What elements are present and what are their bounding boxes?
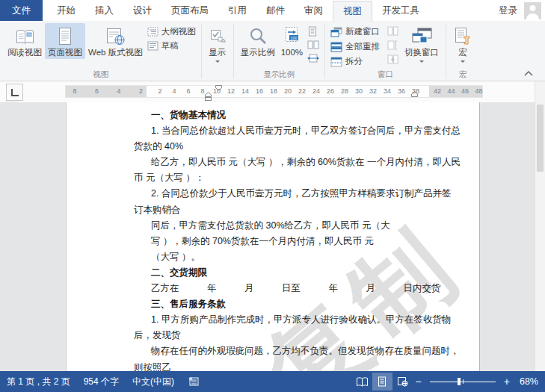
outline-view-icon (147, 27, 158, 37)
ruler-number: 2 (139, 86, 143, 97)
ruler-number: 28 (341, 86, 348, 97)
status-bar: 第 1 页 , 共 2 页 954 个字 中文(中国) − + 68% (0, 371, 545, 392)
zoom-percentage[interactable]: 68% (513, 376, 538, 387)
tab-stop-selector[interactable] (6, 84, 23, 101)
print-layout-label: 页面视图 (48, 48, 82, 58)
zoom-100-label: 100% (281, 48, 303, 58)
document-text: 一、货物基本情况1. 当合同总价款超过人民币壹万元时，甲乙双方签订合同后，甲方需… (67, 102, 479, 371)
tab-file[interactable]: 文件 (0, 0, 43, 21)
document-line: 后，发现货 (67, 328, 479, 343)
zoom-slider[interactable] (430, 377, 496, 386)
draft-view-button[interactable]: 草稿 (146, 40, 197, 52)
tab-developer[interactable]: 开发工具 (372, 0, 429, 21)
zoom-label: 显示比例 (241, 48, 275, 58)
zoom-100-icon: 100 (282, 25, 301, 48)
new-window-label: 新建窗口 (345, 26, 380, 37)
web-layout-view-button[interactable] (392, 373, 413, 391)
arrange-all-button[interactable]: 全部重排 (329, 41, 381, 52)
word-count-status[interactable]: 954 个字 (77, 371, 126, 392)
ruler-number: 2 (158, 86, 161, 97)
proofing-status-icon[interactable] (181, 371, 206, 392)
ruler-number: 4 (117, 86, 120, 97)
tab-view[interactable]: 视图 (333, 1, 372, 22)
new-window-icon (330, 27, 342, 37)
tab-home[interactable]: 开始 (47, 0, 85, 21)
ruler-number: 36 (398, 86, 405, 97)
scrollbar-thumb[interactable] (537, 105, 544, 172)
status-right: − + 68% (352, 373, 545, 391)
page-width-button[interactable] (306, 53, 321, 63)
document-line: 1. 甲方所购产品制作完成时，甲方派专人进行验收确认。甲方在签收货物 (67, 312, 479, 328)
one-page-button[interactable] (306, 26, 321, 37)
draft-view-icon (147, 41, 158, 51)
tab-references[interactable]: 引用 (218, 0, 256, 21)
document-area: 严禁复制 一、货物基本情况1. 当合同总价款超过人民币壹万元时，甲乙双方签订合同… (0, 102, 545, 371)
print-layout-icon (58, 25, 73, 48)
ruler-number: 42 (434, 86, 441, 97)
tab-page-layout[interactable]: 页面布局 (161, 0, 218, 21)
split-icon (330, 57, 342, 67)
macros-button[interactable]: 宏 (450, 23, 475, 66)
sign-in-button[interactable]: 登录 (499, 4, 517, 17)
zoom-slider-thumb[interactable] (458, 378, 461, 385)
document-line: 则按照乙 (67, 360, 479, 372)
split-button[interactable]: 拆分 (329, 56, 381, 67)
read-mode-icon (15, 25, 35, 48)
ruler-number: 48 (475, 86, 482, 97)
ribbon-group-macros: 宏 宏 (447, 22, 478, 81)
multiple-pages-button[interactable] (306, 40, 321, 50)
ruler-number: 16 (256, 86, 263, 97)
user-avatar-icon[interactable] (524, 2, 541, 19)
chevron-down-icon (461, 60, 465, 65)
show-dropdown-button[interactable]: 显示 (206, 23, 230, 66)
switch-windows-icon (410, 25, 433, 48)
tab-review[interactable]: 审阅 (295, 0, 333, 21)
tab-mailings[interactable]: 邮件 (256, 0, 295, 21)
outline-view-button[interactable]: 大纲视图 (146, 26, 197, 37)
ruler-number: 12 (227, 86, 235, 97)
zoom-group-label: 显示比例 (235, 69, 324, 80)
page-number-status[interactable]: 第 1 页 , 共 2 页 (0, 371, 77, 392)
macros-icon (453, 25, 472, 48)
print-layout-button[interactable]: 页面视图 (45, 23, 85, 59)
account-area: 登录 (499, 0, 545, 21)
ruler-number: 8 (73, 86, 76, 97)
document-heading: 二、交货期限 (67, 265, 479, 281)
left-tab-icon (11, 89, 19, 96)
ribbon-group-show: 显示 (203, 22, 233, 81)
document-heading: 一、货物基本情况 (67, 108, 479, 123)
zoom-100-button[interactable]: 100 100% (278, 23, 306, 59)
hanging-indent-marker[interactable] (205, 92, 212, 101)
zoom-slider-tick (463, 379, 464, 384)
macros-group-label: 宏 (447, 69, 478, 80)
language-status[interactable]: 中文(中国) (126, 371, 181, 392)
view-side-by-side-icon[interactable] (387, 26, 398, 36)
ruler-number: 46 (461, 86, 469, 97)
ruler-number: 24 (312, 86, 320, 97)
document-page[interactable]: 严禁复制 一、货物基本情况1. 当合同总价款超过人民币壹万元时，甲乙双方签订合同… (66, 102, 480, 371)
reset-window-position-icon[interactable] (387, 55, 398, 64)
new-window-button[interactable]: 新建窗口 (329, 26, 381, 37)
zoom-in-button[interactable]: + (501, 376, 513, 387)
ruler-number: 8 (200, 86, 204, 97)
horizontal-ruler[interactable]: 8642246810121416182022242628303234363842… (66, 86, 482, 97)
ruler-number: 32 (369, 86, 377, 97)
tab-design[interactable]: 设计 (123, 0, 161, 21)
zoom-button[interactable]: 显示比例 (238, 23, 278, 59)
group-separator (233, 24, 234, 78)
tab-insert[interactable]: 插入 (85, 0, 123, 21)
collapse-ribbon-button[interactable] (524, 71, 533, 76)
switch-windows-button[interactable]: 切换窗口 (401, 23, 442, 66)
arrange-all-label: 全部重排 (345, 41, 380, 52)
read-mode-view-button[interactable] (352, 373, 372, 391)
zoom-out-button[interactable]: − (413, 376, 425, 387)
synchronous-scrolling-icon[interactable] (387, 40, 398, 50)
group-separator (324, 24, 325, 78)
tab-list: 文件开始插入设计页面布局引用邮件审阅视图开发工具 (0, 0, 429, 21)
ruler-number: 44 (447, 86, 455, 97)
web-layout-button[interactable]: Web 版式视图 (85, 23, 146, 59)
vertical-scrollbar[interactable] (535, 81, 545, 371)
views-group-label: 视图 (1, 69, 200, 80)
read-mode-button[interactable]: 阅读视图 (4, 23, 45, 59)
print-layout-view-button[interactable] (372, 373, 392, 391)
